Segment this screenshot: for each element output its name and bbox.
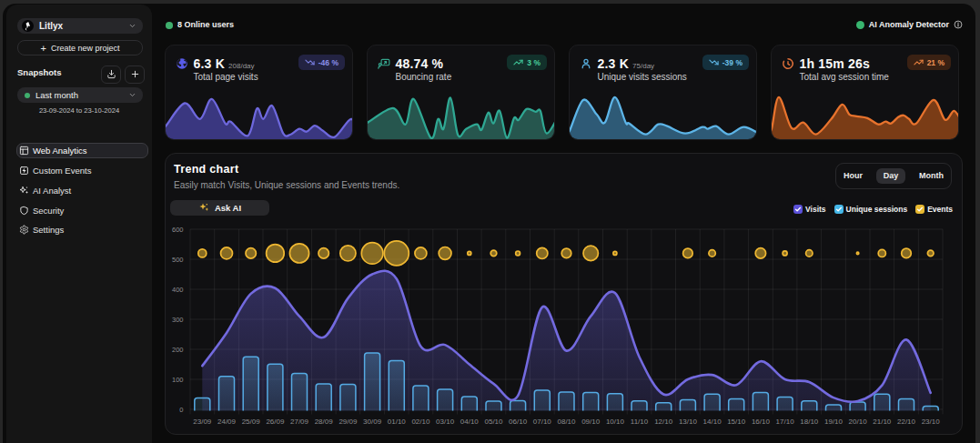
svg-text:20/10: 20/10 [848, 418, 867, 426]
svg-text:300: 300 [171, 316, 183, 324]
svg-text:03/10: 03/10 [436, 418, 455, 426]
svg-text:26/09: 26/09 [266, 418, 285, 426]
svg-text:0: 0 [179, 406, 183, 414]
svg-text:25/09: 25/09 [241, 418, 260, 426]
svg-text:09/10: 09/10 [581, 418, 601, 426]
svg-text:24/09: 24/09 [217, 418, 236, 426]
svg-text:11/10: 11/10 [630, 418, 648, 426]
svg-text:22/10: 22/10 [896, 418, 915, 426]
svg-text:07/10: 07/10 [532, 418, 551, 426]
svg-text:27/09: 27/09 [289, 418, 308, 426]
svg-text:14/10: 14/10 [702, 418, 722, 426]
svg-text:500: 500 [171, 256, 183, 264]
svg-text:18/10: 18/10 [800, 418, 819, 426]
svg-text:28/09: 28/09 [314, 418, 333, 426]
svg-text:16/10: 16/10 [751, 418, 770, 426]
svg-text:04/10: 04/10 [460, 418, 479, 426]
svg-text:23/09: 23/09 [193, 418, 212, 426]
svg-text:21/10: 21/10 [873, 418, 892, 426]
svg-text:19/10: 19/10 [823, 418, 843, 426]
svg-text:05/10: 05/10 [484, 418, 503, 426]
svg-text:100: 100 [171, 376, 183, 384]
svg-text:30/09: 30/09 [363, 418, 382, 426]
svg-text:600: 600 [171, 226, 183, 234]
svg-text:01/10: 01/10 [387, 418, 406, 426]
svg-text:400: 400 [171, 286, 183, 294]
svg-text:02/10: 02/10 [411, 418, 430, 426]
svg-text:17/10: 17/10 [775, 418, 794, 426]
svg-text:12/10: 12/10 [654, 418, 673, 426]
svg-text:08/10: 08/10 [557, 418, 576, 426]
svg-text:23/10: 23/10 [921, 418, 940, 426]
svg-text:13/10: 13/10 [678, 418, 697, 426]
svg-text:29/09: 29/09 [338, 418, 358, 426]
svg-text:200: 200 [171, 346, 183, 354]
svg-text:06/10: 06/10 [509, 418, 528, 426]
svg-text:15/10: 15/10 [727, 418, 746, 426]
svg-text:10/10: 10/10 [605, 418, 624, 426]
